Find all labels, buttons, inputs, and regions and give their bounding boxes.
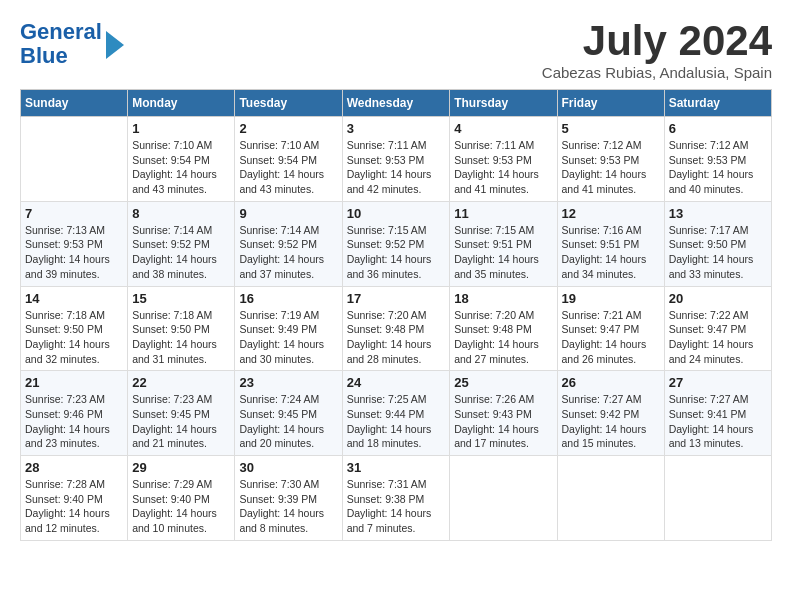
calendar-cell: 18Sunrise: 7:20 AM Sunset: 9:48 PM Dayli… [450, 286, 557, 371]
day-info: Sunrise: 7:28 AM Sunset: 9:40 PM Dayligh… [25, 477, 123, 536]
logo: General Blue [20, 20, 124, 68]
weekday-header-thursday: Thursday [450, 90, 557, 117]
calendar-cell [557, 456, 664, 541]
day-info: Sunrise: 7:10 AM Sunset: 9:54 PM Dayligh… [239, 138, 337, 197]
day-number: 6 [669, 121, 767, 136]
day-info: Sunrise: 7:20 AM Sunset: 9:48 PM Dayligh… [454, 308, 552, 367]
week-row-1: 1Sunrise: 7:10 AM Sunset: 9:54 PM Daylig… [21, 117, 772, 202]
day-info: Sunrise: 7:11 AM Sunset: 9:53 PM Dayligh… [347, 138, 446, 197]
weekday-header-tuesday: Tuesday [235, 90, 342, 117]
day-info: Sunrise: 7:11 AM Sunset: 9:53 PM Dayligh… [454, 138, 552, 197]
day-number: 12 [562, 206, 660, 221]
day-number: 23 [239, 375, 337, 390]
day-info: Sunrise: 7:27 AM Sunset: 9:42 PM Dayligh… [562, 392, 660, 451]
day-info: Sunrise: 7:15 AM Sunset: 9:52 PM Dayligh… [347, 223, 446, 282]
calendar-cell: 15Sunrise: 7:18 AM Sunset: 9:50 PM Dayli… [128, 286, 235, 371]
calendar-cell: 4Sunrise: 7:11 AM Sunset: 9:53 PM Daylig… [450, 117, 557, 202]
calendar-cell: 5Sunrise: 7:12 AM Sunset: 9:53 PM Daylig… [557, 117, 664, 202]
day-number: 13 [669, 206, 767, 221]
week-row-2: 7Sunrise: 7:13 AM Sunset: 9:53 PM Daylig… [21, 201, 772, 286]
calendar-cell: 13Sunrise: 7:17 AM Sunset: 9:50 PM Dayli… [664, 201, 771, 286]
day-number: 5 [562, 121, 660, 136]
day-number: 31 [347, 460, 446, 475]
day-info: Sunrise: 7:15 AM Sunset: 9:51 PM Dayligh… [454, 223, 552, 282]
day-number: 7 [25, 206, 123, 221]
logo-line1: General [20, 19, 102, 44]
weekday-header-row: SundayMondayTuesdayWednesdayThursdayFrid… [21, 90, 772, 117]
day-number: 27 [669, 375, 767, 390]
calendar-cell: 29Sunrise: 7:29 AM Sunset: 9:40 PM Dayli… [128, 456, 235, 541]
weekday-header-monday: Monday [128, 90, 235, 117]
day-info: Sunrise: 7:21 AM Sunset: 9:47 PM Dayligh… [562, 308, 660, 367]
calendar-cell: 9Sunrise: 7:14 AM Sunset: 9:52 PM Daylig… [235, 201, 342, 286]
day-number: 4 [454, 121, 552, 136]
day-info: Sunrise: 7:10 AM Sunset: 9:54 PM Dayligh… [132, 138, 230, 197]
calendar-cell: 3Sunrise: 7:11 AM Sunset: 9:53 PM Daylig… [342, 117, 450, 202]
logo-line2: Blue [20, 43, 68, 68]
day-number: 14 [25, 291, 123, 306]
page-header: General Blue July 2024 Cabezas Rubias, A… [20, 20, 772, 81]
day-number: 22 [132, 375, 230, 390]
weekday-header-saturday: Saturday [664, 90, 771, 117]
calendar-cell: 12Sunrise: 7:16 AM Sunset: 9:51 PM Dayli… [557, 201, 664, 286]
calendar-cell: 17Sunrise: 7:20 AM Sunset: 9:48 PM Dayli… [342, 286, 450, 371]
calendar-cell: 30Sunrise: 7:30 AM Sunset: 9:39 PM Dayli… [235, 456, 342, 541]
day-number: 26 [562, 375, 660, 390]
calendar-cell [450, 456, 557, 541]
day-info: Sunrise: 7:23 AM Sunset: 9:45 PM Dayligh… [132, 392, 230, 451]
day-info: Sunrise: 7:31 AM Sunset: 9:38 PM Dayligh… [347, 477, 446, 536]
day-info: Sunrise: 7:12 AM Sunset: 9:53 PM Dayligh… [562, 138, 660, 197]
logo-arrow-icon [106, 31, 124, 59]
day-number: 11 [454, 206, 552, 221]
day-info: Sunrise: 7:18 AM Sunset: 9:50 PM Dayligh… [25, 308, 123, 367]
day-number: 1 [132, 121, 230, 136]
calendar-cell: 14Sunrise: 7:18 AM Sunset: 9:50 PM Dayli… [21, 286, 128, 371]
day-number: 9 [239, 206, 337, 221]
calendar-cell: 16Sunrise: 7:19 AM Sunset: 9:49 PM Dayli… [235, 286, 342, 371]
calendar-table: SundayMondayTuesdayWednesdayThursdayFrid… [20, 89, 772, 541]
day-number: 20 [669, 291, 767, 306]
calendar-cell: 11Sunrise: 7:15 AM Sunset: 9:51 PM Dayli… [450, 201, 557, 286]
day-info: Sunrise: 7:22 AM Sunset: 9:47 PM Dayligh… [669, 308, 767, 367]
calendar-cell: 8Sunrise: 7:14 AM Sunset: 9:52 PM Daylig… [128, 201, 235, 286]
calendar-cell: 21Sunrise: 7:23 AM Sunset: 9:46 PM Dayli… [21, 371, 128, 456]
calendar-cell: 2Sunrise: 7:10 AM Sunset: 9:54 PM Daylig… [235, 117, 342, 202]
month-title: July 2024 [542, 20, 772, 62]
calendar-cell: 7Sunrise: 7:13 AM Sunset: 9:53 PM Daylig… [21, 201, 128, 286]
day-number: 17 [347, 291, 446, 306]
day-info: Sunrise: 7:19 AM Sunset: 9:49 PM Dayligh… [239, 308, 337, 367]
day-info: Sunrise: 7:14 AM Sunset: 9:52 PM Dayligh… [132, 223, 230, 282]
day-number: 30 [239, 460, 337, 475]
calendar-cell: 25Sunrise: 7:26 AM Sunset: 9:43 PM Dayli… [450, 371, 557, 456]
calendar-cell [21, 117, 128, 202]
calendar-cell: 19Sunrise: 7:21 AM Sunset: 9:47 PM Dayli… [557, 286, 664, 371]
calendar-cell: 27Sunrise: 7:27 AM Sunset: 9:41 PM Dayli… [664, 371, 771, 456]
day-info: Sunrise: 7:27 AM Sunset: 9:41 PM Dayligh… [669, 392, 767, 451]
calendar-cell: 24Sunrise: 7:25 AM Sunset: 9:44 PM Dayli… [342, 371, 450, 456]
day-number: 28 [25, 460, 123, 475]
day-number: 25 [454, 375, 552, 390]
day-number: 24 [347, 375, 446, 390]
day-info: Sunrise: 7:24 AM Sunset: 9:45 PM Dayligh… [239, 392, 337, 451]
day-number: 21 [25, 375, 123, 390]
weekday-header-wednesday: Wednesday [342, 90, 450, 117]
calendar-cell: 6Sunrise: 7:12 AM Sunset: 9:53 PM Daylig… [664, 117, 771, 202]
day-info: Sunrise: 7:13 AM Sunset: 9:53 PM Dayligh… [25, 223, 123, 282]
day-number: 2 [239, 121, 337, 136]
week-row-3: 14Sunrise: 7:18 AM Sunset: 9:50 PM Dayli… [21, 286, 772, 371]
day-info: Sunrise: 7:20 AM Sunset: 9:48 PM Dayligh… [347, 308, 446, 367]
day-info: Sunrise: 7:25 AM Sunset: 9:44 PM Dayligh… [347, 392, 446, 451]
day-info: Sunrise: 7:26 AM Sunset: 9:43 PM Dayligh… [454, 392, 552, 451]
day-number: 15 [132, 291, 230, 306]
calendar-cell [664, 456, 771, 541]
day-number: 8 [132, 206, 230, 221]
day-info: Sunrise: 7:23 AM Sunset: 9:46 PM Dayligh… [25, 392, 123, 451]
day-number: 29 [132, 460, 230, 475]
weekday-header-friday: Friday [557, 90, 664, 117]
day-number: 3 [347, 121, 446, 136]
day-number: 19 [562, 291, 660, 306]
calendar-cell: 28Sunrise: 7:28 AM Sunset: 9:40 PM Dayli… [21, 456, 128, 541]
location-subtitle: Cabezas Rubias, Andalusia, Spain [542, 64, 772, 81]
calendar-cell: 1Sunrise: 7:10 AM Sunset: 9:54 PM Daylig… [128, 117, 235, 202]
calendar-cell: 22Sunrise: 7:23 AM Sunset: 9:45 PM Dayli… [128, 371, 235, 456]
